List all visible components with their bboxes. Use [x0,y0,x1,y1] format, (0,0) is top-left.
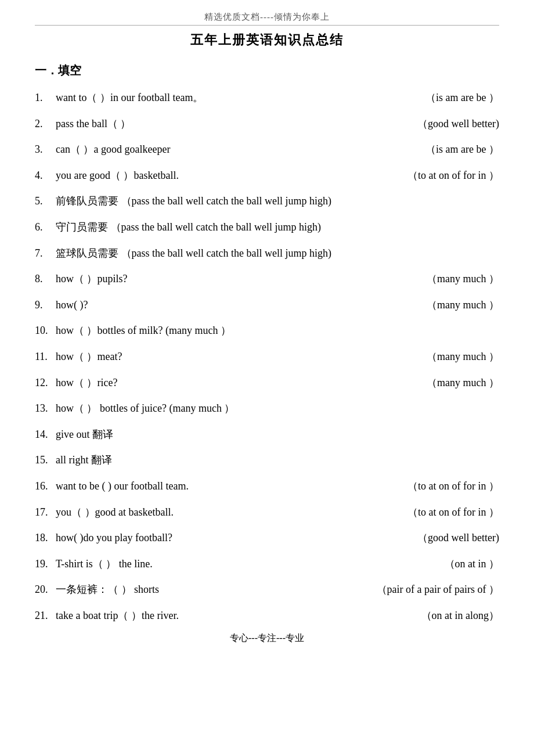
list-item: 1.want to（ ）in our football team。（is am … [35,89,499,107]
list-item: 16.want to be ( ) our football team.（to … [35,477,499,495]
section-title: 一．填空 [35,63,499,78]
item-content: want to（ ）in our football team。 [56,89,414,107]
list-item: 11.how（ ）meat?（many much ） [35,348,499,366]
item-content: 守门员需要 （pass the ball well catch the ball… [56,218,499,236]
item-options: （to at on of for in ） [407,167,499,185]
item-options: （is am are be ） [425,141,499,159]
list-item: 9.how( )?（many much ） [35,296,499,314]
divider-line [35,25,499,26]
list-item: 19.T-shirt is（ ） the line.（on at in ） [35,555,499,573]
header-subtitle: 精选优质文档----倾情为你奉上 [35,12,499,23]
item-number: 18. [35,529,56,547]
item-content: 篮球队员需要 （pass the ball well catch the bal… [56,244,499,262]
item-number: 2. [35,115,56,133]
item-content: take a boat trip（ ）the river. [56,607,410,625]
item-content: 前锋队员需要 （pass the ball well catch the bal… [56,192,499,210]
item-number: 17. [35,503,56,521]
item-number: 8. [35,270,56,288]
item-number: 12. [35,374,56,392]
item-number: 20. [35,581,56,599]
item-content: how（ ） bottles of juice? (many much ） [56,399,499,417]
item-options: （on at in along） [421,607,499,625]
item-content: give out 翻译 [56,426,499,444]
list-item: 2.pass the ball（ ）（good well better) [35,115,499,133]
list-item: 8.how（ ）pupils?（many much ） [35,270,499,288]
item-options: （many much ） [427,296,499,314]
list-item: 13.how（ ） bottles of juice? (many much ） [35,399,499,417]
item-options: （many much ） [427,348,499,366]
item-number: 4. [35,167,56,185]
item-content: how（ ）rice? [56,374,415,392]
list-item: 7.篮球队员需要 （pass the ball well catch the b… [35,244,499,262]
item-number: 10. [35,322,56,340]
item-number: 9. [35,296,56,314]
item-number: 6. [35,218,56,236]
item-content: all right 翻译 [56,451,499,469]
item-content: you（ ）good at basketball. [56,503,396,521]
list-item: 12.how（ ）rice?（many much ） [35,374,499,392]
item-number: 5. [35,192,56,210]
item-options: （good well better) [417,529,499,547]
list-item: 6.守门员需要 （pass the ball well catch the ba… [35,218,499,236]
item-content: pass the ball（ ） [56,115,406,133]
list-item: 4.you are good（ ）basketball.（to at on of… [35,167,499,185]
list-item: 21.take a boat trip（ ）the river.（on at i… [35,607,499,625]
item-options: （many much ） [427,374,499,392]
main-title: 五年上册英语知识点总结 [35,31,499,49]
item-content: how( )? [56,296,415,314]
item-number: 3. [35,141,56,159]
items-list: 1.want to（ ）in our football team。（is am … [35,89,499,624]
item-number: 1. [35,89,56,107]
item-content: 一条短裤：（ ） shorts [56,581,365,599]
item-options: （is am are be ） [425,89,499,107]
item-content: how( )do you play football? [56,529,406,547]
item-content: want to be ( ) our football team. [56,477,396,495]
item-options: （to at on of for in ） [407,477,499,495]
list-item: 18.how( )do you play football?（good well… [35,529,499,547]
item-content: you are good（ ）basketball. [56,167,396,185]
item-content: how（ ）bottles of milk? (many much ） [56,322,499,340]
item-content: can（ ）a good goalkeeper [56,141,414,159]
item-number: 15. [35,451,56,469]
item-number: 21. [35,607,56,625]
item-number: 19. [35,555,56,573]
item-number: 11. [35,348,56,366]
list-item: 20.一条短裤：（ ） shorts（pair of a pair of pai… [35,581,499,599]
item-options: （on at in ） [445,555,500,573]
list-item: 3.can（ ）a good goalkeeper（is am are be ） [35,141,499,159]
list-item: 10.how（ ）bottles of milk? (many much ） [35,322,499,340]
list-item: 17.you（ ）good at basketball.（to at on of… [35,503,499,521]
item-content: how（ ）pupils? [56,270,415,288]
item-options: （many much ） [427,270,499,288]
item-options: （pair of a pair of pairs of ） [377,581,499,599]
list-item: 15.all right 翻译 [35,451,499,469]
footer-text: 专心---专注---专业 [35,632,499,645]
item-content: how（ ）meat? [56,348,415,366]
item-number: 14. [35,426,56,444]
item-number: 16. [35,477,56,495]
item-options: （good well better) [417,115,499,133]
item-number: 7. [35,244,56,262]
list-item: 14.give out 翻译 [35,426,499,444]
item-number: 13. [35,399,56,417]
item-content: T-shirt is（ ） the line. [56,555,433,573]
list-item: 5.前锋队员需要 （pass the ball well catch the b… [35,192,499,210]
item-options: （to at on of for in ） [407,503,499,521]
